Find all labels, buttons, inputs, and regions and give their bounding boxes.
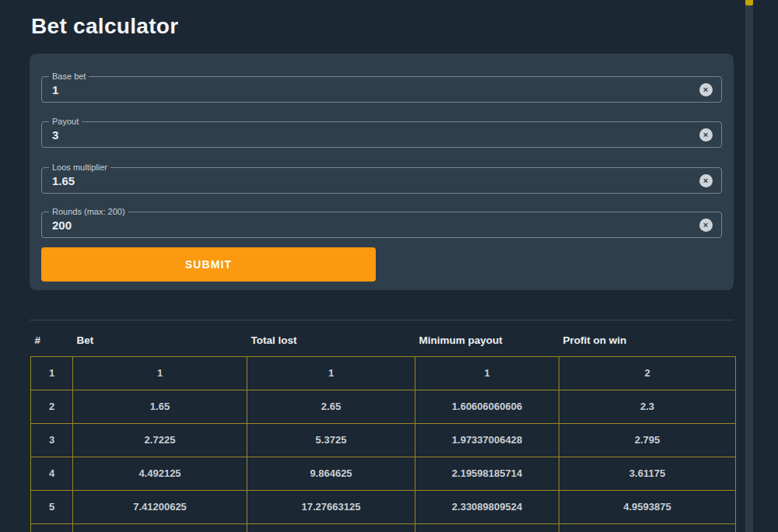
cell-total-lost: 1 [247,356,415,390]
cell-profit-on-win: 2.3 [559,390,736,423]
cell-index: 2 [31,390,73,423]
loss-multiplier-input[interactable] [52,168,682,193]
column-header-minimum-payout: Minimum payout [415,325,559,356]
cell-index: 4 [31,457,73,490]
column-header-total-lost: Total lost [247,325,415,356]
payout-field[interactable]: Payout × [41,121,722,148]
cell-bet: 1 [73,356,247,390]
column-header-index: # [31,325,73,356]
cell-total-lost: 2.65 [247,390,415,423]
submit-button[interactable]: SUBMIT [41,247,376,282]
table-row: 2 1.65 2.65 1.60606060606 2.3 [31,390,736,423]
cell-bet: 4.492125 [73,457,247,490]
cell-minimum-payout: 1 [415,356,559,390]
cell-index: 5 [31,490,73,523]
base-bet-input[interactable] [52,77,682,102]
page-title: Bet calculator [31,14,178,39]
column-header-profit-on-win: Profit on win [559,325,736,356]
cell-minimum-payout: 2.33089809524 [415,490,559,523]
table-header-row: # Bet Total lost Minimum payout Profit o… [31,325,736,356]
cell-total-lost: 17.27663125 [247,490,415,523]
clear-icon: × [699,174,713,187]
cell-index: 3 [31,423,73,457]
payout-input[interactable] [52,122,682,147]
clear-loss-multiplier-button[interactable]: × [696,171,715,190]
cell-bet: 1.65 [73,390,247,423]
cell-bet: 2.7225 [73,423,247,457]
clear-payout-button[interactable]: × [696,125,715,144]
cell-profit-on-win: 3.61175 [559,457,736,490]
cell-total-lost: 9.864625 [247,457,415,490]
cell-minimum-payout: 1.97337006428 [415,423,559,457]
clear-icon: × [699,219,713,232]
clear-rounds-button[interactable]: × [696,215,715,234]
rounds-field[interactable]: Rounds (max: 200) × [41,212,722,238]
clear-icon: × [699,83,713,96]
rounds-input[interactable] [52,212,682,237]
scrollbar-track[interactable] [745,0,753,532]
base-bet-field[interactable]: Base bet × [41,76,722,103]
divider [30,320,734,320]
column-header-bet: Bet [73,325,247,356]
cell-profit-on-win: 2.795 [559,423,736,457]
cell-profit-on-win: 4.9593875 [559,490,736,523]
cell-index: 1 [31,356,73,390]
results-table: # Bet Total lost Minimum payout Profit o… [30,325,736,532]
clear-base-bet-button[interactable]: × [696,80,715,99]
table-row: 5 7.41200625 17.27663125 2.33089809524 4… [31,490,736,523]
table-row: 1 1 1 1 2 [31,356,736,390]
clear-icon: × [699,128,713,142]
cell-total-lost: 5.3725 [247,423,415,457]
table-row: 4 4.492125 9.864625 2.19598185714 3.6117… [31,457,736,490]
table-row-partial [31,523,736,532]
table-row: 3 2.7225 5.3725 1.97337006428 2.795 [31,423,736,457]
cell-minimum-payout: 1.60606060606 [415,390,559,423]
scrollbar-thumb[interactable] [745,0,753,5]
cell-bet: 7.41200625 [73,490,247,523]
bet-form-card: Base bet × Payout × Loos multiplier × Ro… [30,54,734,290]
cell-minimum-payout: 2.19598185714 [415,457,559,490]
cell-profit-on-win: 2 [559,356,736,390]
loss-multiplier-field[interactable]: Loos multiplier × [41,167,722,194]
